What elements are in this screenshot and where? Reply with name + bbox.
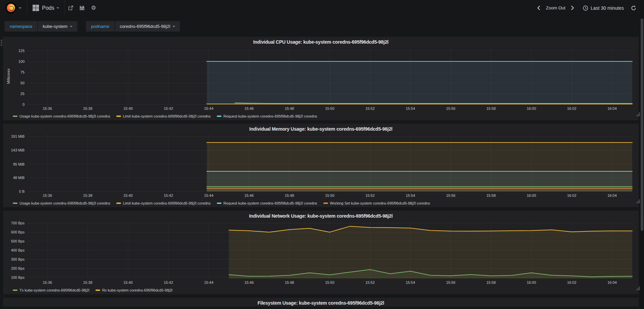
navbar: Pods ⚙ Zoom Out Last 30 minutes bbox=[0, 0, 644, 16]
svg-text:16:00: 16:00 bbox=[527, 193, 536, 197]
panel-title[interactable]: Filesystem Usage: kube-system coredns-69… bbox=[6, 299, 636, 306]
legend-label: Request kube-system coredns-695f96dcd5-9… bbox=[224, 201, 317, 205]
panel-network: Individual Network Usage: kube-system co… bbox=[3, 211, 639, 294]
svg-text:15:44: 15:44 bbox=[204, 106, 213, 111]
dashboard-picker[interactable]: Pods bbox=[27, 0, 65, 16]
legend-item[interactable]: Limit kube-system coredns-695f96dcd5-98j… bbox=[116, 201, 211, 205]
settings-button[interactable]: ⚙ bbox=[88, 0, 99, 16]
svg-text:15:46: 15:46 bbox=[244, 106, 254, 111]
svg-text:75: 75 bbox=[21, 70, 25, 74]
svg-text:25: 25 bbox=[21, 92, 25, 96]
scrollbar-thumb[interactable] bbox=[641, 18, 643, 231]
time-range-label: Last 30 minutes bbox=[591, 5, 624, 11]
legend-swatch-icon bbox=[217, 203, 222, 204]
svg-text:100 Bps: 100 Bps bbox=[11, 275, 25, 279]
legend-swatch-icon bbox=[323, 203, 328, 204]
legend-swatch-icon bbox=[116, 203, 121, 204]
row-drag-handle[interactable] bbox=[1, 40, 2, 41]
legend-item[interactable]: Request kube-system coredns-695f96dcd5-9… bbox=[217, 114, 317, 118]
svg-text:15:44: 15:44 bbox=[204, 193, 213, 197]
legend-swatch-icon bbox=[95, 290, 100, 291]
variable-namespace: namespace kube-system bbox=[5, 21, 77, 32]
svg-text:16:02: 16:02 bbox=[567, 106, 576, 111]
legend-item[interactable]: Usage kube-system coredns-695f96dcd5-98j… bbox=[13, 114, 110, 118]
variable-podname-select[interactable]: coredns-695f96dcd5-98j2l bbox=[115, 21, 180, 32]
network-legend: Tx kube-system coredns-695f96dcd5-98j2lR… bbox=[6, 288, 636, 294]
legend-item[interactable]: Rx kube-system coredns-695f96dcd5-98j2l bbox=[95, 288, 172, 292]
legend-swatch-icon bbox=[13, 290, 17, 291]
variable-value: coredns-695f96dcd5-98j2l bbox=[120, 24, 170, 29]
time-shift-forward-button[interactable] bbox=[569, 4, 576, 12]
clock-icon bbox=[583, 5, 588, 11]
panel-resize-handle[interactable] bbox=[636, 202, 637, 203]
svg-text:15:50: 15:50 bbox=[325, 106, 334, 111]
svg-text:15:50: 15:50 bbox=[325, 193, 334, 197]
svg-text:15:40: 15:40 bbox=[123, 193, 133, 197]
panel-cpu: Individual CPU Usage: kube-system coredn… bbox=[3, 37, 639, 120]
panel-resize-handle[interactable] bbox=[636, 115, 637, 116]
svg-text:15:52: 15:52 bbox=[365, 106, 375, 111]
svg-text:15:50: 15:50 bbox=[325, 280, 334, 284]
scrollbar-track bbox=[640, 0, 644, 309]
svg-text:100: 100 bbox=[18, 59, 25, 63]
svg-text:400 Bps: 400 Bps bbox=[11, 248, 25, 252]
panel-resize-handle[interactable] bbox=[636, 289, 637, 290]
legend-item[interactable]: Tx kube-system coredns-695f96dcd5-98j2l bbox=[13, 288, 89, 292]
svg-text:15:46: 15:46 bbox=[244, 193, 254, 197]
chevron-down-icon bbox=[56, 7, 59, 9]
svg-text:15:54: 15:54 bbox=[406, 280, 415, 284]
svg-text:16:04: 16:04 bbox=[607, 193, 617, 197]
svg-text:16:04: 16:04 bbox=[607, 280, 617, 284]
dashboard-grid: Individual CPU Usage: kube-system coredn… bbox=[0, 37, 644, 307]
svg-text:15:42: 15:42 bbox=[164, 193, 173, 197]
svg-text:15:36: 15:36 bbox=[43, 106, 52, 111]
legend-item[interactable]: Limit kube-system coredns-695f96dcd5-98j… bbox=[116, 114, 211, 118]
grafana-menu[interactable] bbox=[0, 0, 27, 16]
share-icon bbox=[68, 5, 74, 11]
svg-text:16:00: 16:00 bbox=[527, 280, 536, 284]
legend-item[interactable]: Request kube-system coredns-695f96dcd5-9… bbox=[217, 201, 317, 205]
memory-usage-chart[interactable]: 0 B48 MiB95 MiB143 MiB191 MiB15:3615:381… bbox=[6, 132, 637, 200]
svg-text:15:40: 15:40 bbox=[123, 106, 133, 111]
share-button[interactable] bbox=[65, 0, 76, 16]
variable-label: namespace bbox=[5, 21, 37, 32]
time-shift-back-button[interactable] bbox=[535, 4, 542, 12]
svg-text:16:02: 16:02 bbox=[567, 280, 576, 284]
legend-item[interactable]: Usage kube-system coredns-695f96dcd5-98j… bbox=[13, 201, 110, 205]
legend-label: Working Set kube-system coredns-695f96dc… bbox=[330, 201, 430, 205]
refresh-button[interactable] bbox=[629, 0, 638, 16]
svg-text:600 Bps: 600 Bps bbox=[11, 230, 25, 234]
svg-text:125: 125 bbox=[18, 49, 25, 53]
legend-swatch-icon bbox=[217, 116, 222, 117]
svg-text:16:00: 16:00 bbox=[527, 106, 536, 111]
svg-text:15:48: 15:48 bbox=[285, 193, 294, 197]
chevron-left-icon bbox=[537, 5, 540, 10]
svg-text:15:36: 15:36 bbox=[43, 193, 52, 197]
chevron-down-icon bbox=[70, 26, 73, 27]
memory-legend: Usage kube-system coredns-695f96dcd5-98j… bbox=[6, 201, 636, 207]
svg-text:200 Bps: 200 Bps bbox=[11, 266, 25, 270]
panel-title[interactable]: Individual Network Usage: kube-system co… bbox=[6, 212, 636, 219]
legend-label: Tx kube-system coredns-695f96dcd5-98j2l bbox=[19, 288, 89, 292]
svg-text:0: 0 bbox=[23, 102, 25, 106]
legend-label: Limit kube-system coredns-695f96dcd5-98j… bbox=[123, 201, 211, 205]
save-button[interactable] bbox=[76, 0, 88, 16]
svg-text:15:52: 15:52 bbox=[365, 193, 375, 197]
panel-title[interactable]: Individual CPU Usage: kube-system coredn… bbox=[6, 38, 636, 45]
svg-text:15:52: 15:52 bbox=[365, 280, 375, 284]
svg-text:15:54: 15:54 bbox=[406, 106, 415, 111]
svg-text:16:04: 16:04 bbox=[607, 106, 617, 111]
dashboard-grid-icon bbox=[33, 5, 39, 11]
legend-item[interactable]: Working Set kube-system coredns-695f96dc… bbox=[323, 201, 430, 205]
cpu-usage-chart[interactable]: 025507510012515:3615:3815:4015:4215:4415… bbox=[6, 45, 637, 113]
time-range-picker[interactable]: Last 30 minutes bbox=[577, 5, 628, 11]
variable-namespace-select[interactable]: kube-system bbox=[38, 21, 77, 32]
panel-title[interactable]: Individual Memory Usage: kube-system cor… bbox=[6, 125, 636, 132]
grafana-logo-icon bbox=[5, 2, 16, 13]
network-usage-chart[interactable]: 100 Bps200 Bps300 Bps400 Bps500 Bps600 B… bbox=[6, 219, 637, 286]
svg-text:50: 50 bbox=[21, 81, 25, 85]
chevron-down-icon bbox=[19, 7, 22, 9]
chevron-right-icon bbox=[571, 5, 574, 10]
zoom-out-button[interactable]: Zoom Out bbox=[544, 5, 567, 10]
svg-text:300 Bps: 300 Bps bbox=[11, 257, 25, 261]
